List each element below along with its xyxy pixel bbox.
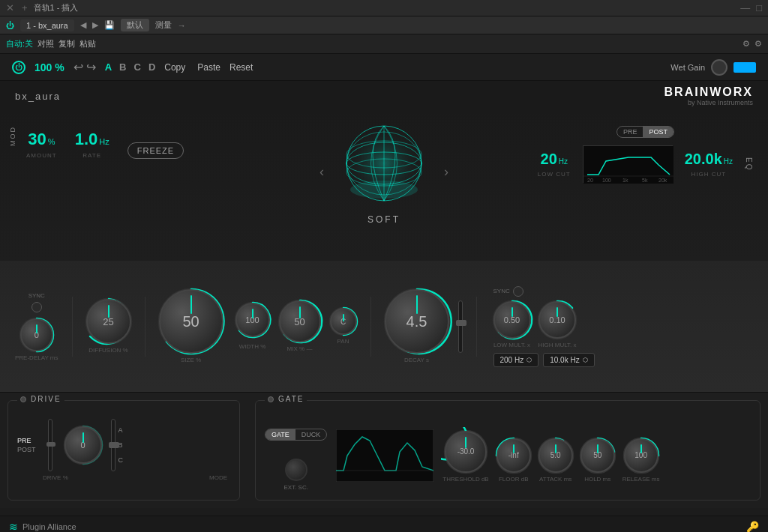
- plugin-power-btn[interactable]: [12, 61, 26, 74]
- svg-text:1k: 1k: [622, 178, 628, 183]
- top-bar: 100 % ↩ ↪ A B C D Copy Paste Reset Wet G…: [0, 54, 768, 81]
- arrow-icon[interactable]: →: [178, 21, 186, 30]
- high-mult-knob[interactable]: 0.10: [538, 301, 576, 339]
- size-value: 50: [182, 313, 199, 330]
- paste-preset-btn[interactable]: Paste: [197, 62, 220, 73]
- gate-left-controls: GATE DUCK EXT. SC.: [265, 423, 327, 491]
- attack-group: 5.0 ATTACK ms: [538, 438, 573, 483]
- redo-btn[interactable]: ↪: [86, 60, 96, 74]
- separator-2: [145, 297, 146, 357]
- pan-knob[interactable]: C: [330, 308, 357, 335]
- decay-slider-track[interactable]: [458, 300, 463, 353]
- threshold-label: THRESHOLD dB: [442, 476, 488, 483]
- preset-tab-a[interactable]: A: [105, 61, 112, 73]
- copy-preset-btn[interactable]: Copy: [164, 62, 185, 73]
- mode-slider-thumb[interactable]: [109, 442, 119, 448]
- preset-tab-b[interactable]: B: [119, 61, 126, 73]
- decay-slider-thumb[interactable]: [456, 320, 466, 326]
- copy-btn[interactable]: 复制: [58, 38, 75, 49]
- window-controls[interactable]: ✕ +: [6, 2, 28, 13]
- hold-knob[interactable]: 50: [580, 438, 615, 473]
- measure-btn[interactable]: 测量: [155, 19, 172, 31]
- ext-sc-knob[interactable]: [285, 459, 308, 481]
- drive-fader-thumb[interactable]: [46, 442, 56, 447]
- high-cut-value: 20.0k: [685, 151, 722, 168]
- ext-sc-group: EXT. SC.: [265, 459, 327, 491]
- floor-knob[interactable]: -inf: [496, 438, 531, 473]
- size-label: SIZE %: [181, 357, 201, 363]
- top-bar-right: Wet Gain: [670, 59, 756, 76]
- size-knob[interactable]: 50: [159, 289, 224, 354]
- size-knob-container: 50: [159, 289, 224, 354]
- sync2-toggle[interactable]: [513, 286, 524, 297]
- gate-section: GATE GATE DUCK EXT. SC.: [255, 400, 760, 501]
- post-btn[interactable]: POST: [643, 127, 674, 137]
- low-cut-group: 20 Hz LOW CUT: [538, 151, 571, 178]
- drive-pre-btn[interactable]: PRE: [17, 437, 36, 444]
- low-mult-knob[interactable]: 0.50: [494, 301, 531, 339]
- plugin-toolbar: 自动:关 对照 复制 粘贴 ⚙ ⚙: [0, 34, 768, 54]
- prev-btn[interactable]: ◀: [80, 20, 86, 30]
- duck-btn[interactable]: DUCK: [296, 429, 327, 440]
- freeze-btn[interactable]: FREEZE: [128, 142, 184, 159]
- mult-section: SYNC 0.50: [494, 286, 595, 367]
- preset-tabs: A B C D: [105, 61, 156, 73]
- bottom-sections: DRIVE PRE POST 0: [0, 392, 768, 508]
- title-text: 音轨1 - 插入: [34, 2, 79, 13]
- rate-label: RATE: [82, 152, 101, 159]
- reset-btn[interactable]: Reset: [230, 62, 253, 73]
- gate-btn[interactable]: GATE: [266, 429, 296, 440]
- key-icon[interactable]: 🔑: [746, 521, 759, 533]
- predelay-knob[interactable]: 0: [20, 318, 53, 351]
- freq1-selector[interactable]: 200 Hz: [494, 353, 539, 367]
- freq2-selector[interactable]: 10.0k Hz: [543, 353, 594, 367]
- eq-graph[interactable]: 20 100 1k 5k 20k: [583, 145, 673, 183]
- power-icon[interactable]: ⏻: [6, 21, 14, 30]
- controls-section: SYNC 0 PRE-DELAY ms: [0, 261, 768, 392]
- drive-label: DRIVE %: [43, 474, 68, 481]
- wet-gain-knob[interactable]: [711, 59, 728, 76]
- prev-preset-arrow[interactable]: ‹: [320, 164, 324, 180]
- drive-post-btn[interactable]: POST: [17, 446, 36, 453]
- preset-tab-c[interactable]: C: [134, 61, 140, 73]
- drive-section: DRIVE PRE POST 0: [8, 400, 240, 501]
- low-cut-unit: Hz: [559, 157, 568, 166]
- amount-group: 30 % AMOUNT: [26, 130, 57, 159]
- diffusion-knob[interactable]: 25: [86, 299, 131, 344]
- decay-knob[interactable]: 4.5: [385, 289, 449, 354]
- sync-toggle[interactable]: [32, 302, 42, 312]
- undo-btn[interactable]: ↩: [74, 60, 83, 74]
- mix-knob[interactable]: 50: [279, 300, 321, 342]
- pre-btn[interactable]: PRE: [617, 127, 644, 137]
- separator-1: [72, 297, 73, 357]
- drive-knob[interactable]: 0: [64, 426, 102, 464]
- maximize-icon[interactable]: □: [756, 2, 762, 13]
- width-knob[interactable]: 100: [236, 303, 270, 337]
- rate-unit: Hz: [99, 137, 109, 146]
- drive-controls: PRE POST 0: [17, 419, 230, 471]
- brand-area: BRAINWORX by Native Instruments: [664, 85, 753, 106]
- drive-knob-container: 0: [64, 426, 102, 464]
- plus-icon[interactable]: +: [22, 2, 28, 13]
- reverb-sphere[interactable]: [339, 118, 429, 208]
- high-cut-label: HIGH CUT: [692, 171, 727, 178]
- settings-icon[interactable]: ⚙: [742, 39, 750, 49]
- low-mult-knob-container: 0.50: [494, 301, 531, 339]
- attack-knob[interactable]: 5.0: [538, 438, 573, 473]
- predelay-group: 0 PRE-DELAY ms: [15, 318, 58, 361]
- compare-btn[interactable]: 对照: [38, 38, 54, 49]
- next-btn[interactable]: ▶: [92, 20, 98, 30]
- preset-tab-d[interactable]: D: [148, 61, 155, 73]
- threshold-knob[interactable]: -30.0: [445, 431, 487, 473]
- close-icon[interactable]: ✕: [6, 2, 14, 13]
- next-preset-arrow[interactable]: ›: [444, 164, 448, 180]
- paste-btn[interactable]: 粘贴: [80, 38, 96, 49]
- wet-gain-meter: [734, 62, 756, 73]
- save-icon[interactable]: 💾: [104, 20, 115, 30]
- release-knob[interactable]: 100: [624, 438, 658, 473]
- mode-slider-track[interactable]: [111, 419, 116, 471]
- settings2-icon[interactable]: ⚙: [754, 39, 762, 49]
- drive-fader-track[interactable]: [48, 419, 52, 471]
- auto-off-btn[interactable]: 自动:关: [6, 38, 33, 49]
- minimize-icon[interactable]: —: [740, 2, 750, 13]
